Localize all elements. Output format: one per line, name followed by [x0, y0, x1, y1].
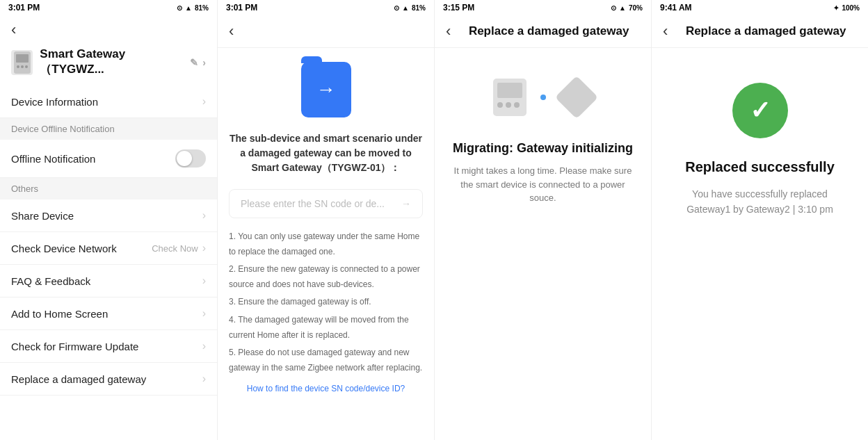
- time-1: 3:01 PM: [8, 3, 40, 13]
- device-header: Smart Gateway（TYGWZ... ✎ ›: [0, 44, 217, 85]
- sn-help-link[interactable]: How to find the device SN code/device ID…: [247, 384, 405, 393]
- old-gateway-icon: [490, 76, 529, 119]
- svg-point-4: [25, 65, 28, 68]
- faq-feedback-item[interactable]: FAQ & Feedback ›: [0, 265, 217, 298]
- migration-icons: [490, 76, 596, 119]
- battery-4: 100%: [842, 4, 860, 12]
- chevron-replace: ›: [202, 373, 206, 385]
- share-device-item[interactable]: Share Device ›: [0, 199, 217, 232]
- toggle-knob: [177, 151, 192, 166]
- status-icons-3: ⊙ ▲ 70%: [611, 4, 643, 12]
- panel4-title: Replace a damaged gateway: [675, 24, 857, 38]
- status-icons-4: ✦ 100%: [833, 4, 860, 12]
- panel-success: 9:41 AM ✦ 100% ‹ Replace a damaged gatew…: [651, 0, 868, 440]
- panel4-content: ✓ Replaced successfully You have success…: [652, 48, 868, 252]
- chevron-share: ›: [202, 209, 206, 222]
- instructions-list: 1. You can only use gateway under the sa…: [229, 229, 423, 378]
- offline-notification-item[interactable]: Offline Notification: [0, 140, 217, 178]
- instruction-1: 1. You can only use gateway under the sa…: [229, 229, 423, 259]
- status-bar-4: 9:41 AM ✦ 100%: [652, 0, 868, 15]
- chevron-check: ›: [202, 242, 206, 254]
- time-3: 3:15 PM: [443, 3, 474, 13]
- section-others: Others: [0, 178, 217, 199]
- back-button-2[interactable]: ‹: [229, 22, 234, 40]
- back-button-4[interactable]: ‹: [663, 22, 668, 40]
- panel2-content: → The sub-device and smart scenario unde…: [218, 48, 434, 407]
- migration-desc: It might takes a long time. Please make …: [451, 164, 634, 205]
- arrow-right-icon: →: [316, 79, 336, 101]
- battery-3: 70%: [629, 4, 643, 12]
- check-now-right: Check Now ›: [152, 242, 206, 254]
- checkmark-icon: ✓: [750, 96, 771, 125]
- svg-rect-9: [514, 102, 520, 108]
- device-icon: [11, 50, 33, 75]
- instruction-2: 2. Ensure the new gateway is connected t…: [229, 262, 423, 292]
- success-title: Replaced successfully: [685, 159, 835, 175]
- device-arrow[interactable]: ›: [202, 57, 206, 68]
- sn-placeholder: Please enter the SN code or de...: [241, 198, 385, 209]
- migration-dot: [540, 95, 546, 100]
- location-icon: ⊙: [177, 4, 182, 12]
- location-icon-3: ⊙: [611, 4, 616, 12]
- replace-description: The sub-device and smart scenario under …: [229, 131, 423, 175]
- success-desc: You have successfully replaced Gateway1 …: [673, 186, 847, 218]
- firmware-update-item[interactable]: Check for Firmware Update ›: [0, 330, 217, 363]
- add-home-screen-item[interactable]: Add to Home Screen ›: [0, 298, 217, 330]
- sn-input[interactable]: Please enter the SN code or de... →: [229, 189, 423, 218]
- battery-1: 81%: [195, 4, 209, 12]
- instruction-5: 5. Please do not use damaged gateway and…: [229, 345, 423, 375]
- chevron-info: ›: [202, 95, 206, 108]
- bluetooth-icon: ✦: [833, 4, 839, 12]
- offline-toggle[interactable]: [175, 149, 206, 168]
- status-bar-2: 3:01 PM ⊙ ▲ 81%: [218, 0, 434, 15]
- gateway-icon-svg: [13, 51, 32, 74]
- panel2-header: ‹: [218, 15, 434, 48]
- chevron-faq: ›: [202, 275, 206, 287]
- chevron-firmware: ›: [202, 340, 206, 352]
- time-2: 3:01 PM: [226, 3, 257, 13]
- panel-replace-intro: 3:01 PM ⊙ ▲ 81% ‹ → The sub-device and s…: [217, 0, 434, 440]
- panel3-content: Migrating: Gateway initializing It might…: [435, 48, 651, 233]
- edit-icon[interactable]: ✎: [190, 57, 198, 68]
- panel3-header: ‹ Replace a damaged gateway: [435, 15, 651, 48]
- device-information-item[interactable]: Device Information ›: [0, 85, 217, 118]
- panel3-title: Replace a damaged gateway: [458, 24, 640, 38]
- back-button-1[interactable]: ‹: [0, 15, 217, 44]
- battery-2: 81%: [412, 4, 426, 12]
- folder-icon: →: [301, 62, 351, 117]
- instruction-4: 4. The damaged gateway will be moved fro…: [229, 313, 423, 343]
- svg-rect-8: [506, 102, 511, 108]
- new-gateway-icon: [557, 76, 596, 119]
- status-bar-3: 3:15 PM ⊙ ▲ 70%: [435, 0, 651, 15]
- device-name: Smart Gateway（TYGWZ... ✎ ›: [40, 47, 206, 77]
- status-icons-1: ⊙ ▲ 81%: [177, 4, 209, 12]
- svg-point-3: [21, 65, 24, 68]
- instruction-3: 3. Ensure the damaged gateway is off.: [229, 295, 423, 310]
- success-circle: ✓: [732, 83, 788, 138]
- wifi-icon-3: ▲: [619, 4, 626, 12]
- panel-migrating: 3:15 PM ⊙ ▲ 70% ‹ Replace a damaged gate…: [434, 0, 651, 440]
- location-icon-2: ⊙: [394, 4, 399, 12]
- status-icons-2: ⊙ ▲ 81%: [394, 4, 426, 12]
- sn-arrow: →: [401, 198, 411, 209]
- section-offline-notification: Device Offline Notification: [0, 118, 217, 140]
- status-bar-1: 3:01 PM ⊙ ▲ 81%: [0, 0, 217, 15]
- time-4: 9:41 AM: [660, 3, 692, 13]
- wifi-icon-2: ▲: [402, 4, 409, 12]
- replace-gateway-item[interactable]: Replace a damaged gateway ›: [0, 363, 217, 396]
- migration-title: Migrating: Gateway initializing: [453, 141, 633, 156]
- check-network-item[interactable]: Check Device Network Check Now ›: [0, 232, 217, 265]
- chevron-home: ›: [202, 307, 206, 320]
- svg-point-2: [17, 65, 19, 68]
- svg-rect-6: [497, 83, 522, 98]
- panel-device-settings: 3:01 PM ⊙ ▲ 81% ‹ Smart Gateway（TYGWZ...…: [0, 0, 217, 440]
- panel4-header: ‹ Replace a damaged gateway: [652, 15, 868, 48]
- svg-rect-1: [16, 54, 29, 63]
- svg-rect-7: [497, 102, 503, 108]
- wifi-icon: ▲: [185, 4, 192, 12]
- back-button-3[interactable]: ‹: [446, 22, 451, 40]
